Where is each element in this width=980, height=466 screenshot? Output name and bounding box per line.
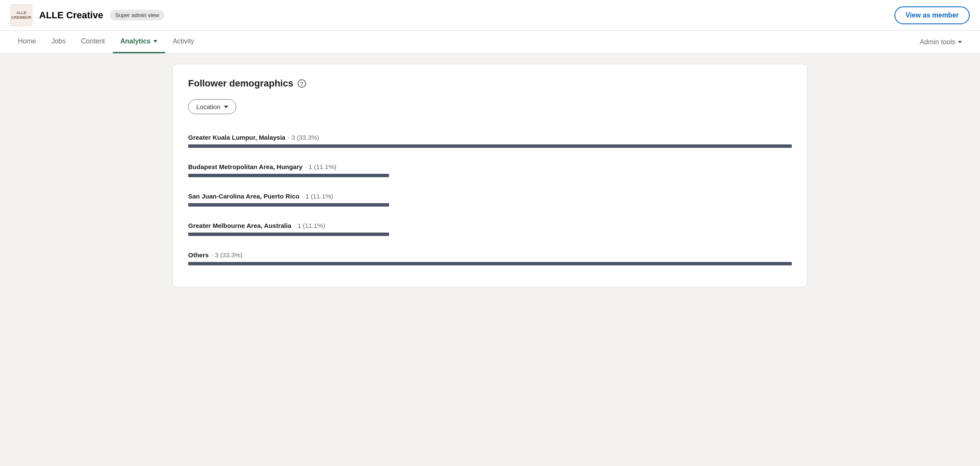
nav-label-activity: Activity — [173, 37, 195, 45]
nav-item-content[interactable]: Content — [73, 31, 112, 53]
admin-badge: Super admin view — [110, 10, 164, 20]
bar-container — [188, 144, 792, 148]
nav-label-content: Content — [81, 37, 105, 45]
demo-item-stats: · 1 (11.1%) — [305, 163, 336, 170]
demo-item-name: Others — [188, 251, 209, 259]
demo-item-name: San Juan-Carolina Area, Puerto Rico — [188, 193, 299, 200]
nav-label-home: Home — [18, 37, 36, 45]
demo-item-stats: · 1 (11.1%) — [302, 193, 333, 200]
demo-item-name: Greater Melbourne Area, Australia — [188, 222, 291, 229]
location-dropdown[interactable]: Location — [188, 99, 236, 114]
help-icon[interactable]: ? — [298, 79, 306, 88]
company-logo: ALLE CREMMUR — [10, 4, 32, 26]
list-item: Greater Kuala Lumpur, Malaysia· 3 (33.3%… — [188, 126, 792, 155]
nav-left: Home Jobs Content Analytics Activity — [10, 31, 202, 53]
demographics-list: Greater Kuala Lumpur, Malaysia· 3 (33.3%… — [188, 126, 792, 273]
location-dropdown-label: Location — [196, 103, 221, 110]
card-title-area: Follower demographics ? — [188, 78, 792, 89]
demo-item-stats: · 1 (11.1%) — [294, 222, 325, 229]
nav-item-activity[interactable]: Activity — [165, 31, 202, 53]
navigation: Home Jobs Content Analytics Activity Adm… — [0, 31, 980, 54]
logo-initials: ALLE CREMMUR — [11, 11, 32, 20]
header: ALLE CREMMUR ALLE Creative Super admin v… — [0, 0, 980, 31]
nav-label-jobs: Jobs — [52, 37, 66, 45]
bar — [188, 262, 792, 265]
company-name: ALLE Creative — [39, 10, 103, 21]
nav-right: Admin tools — [912, 32, 970, 53]
bar-container — [188, 233, 792, 236]
analytics-chevron-down-icon — [153, 40, 158, 43]
nav-label-analytics: Analytics — [120, 37, 151, 45]
location-chevron-down-icon — [224, 106, 228, 108]
list-item: Budapest Metropolitan Area, Hungary· 1 (… — [188, 155, 792, 185]
view-as-member-button[interactable]: View as member — [894, 6, 970, 24]
bar-container — [188, 262, 792, 265]
bar — [188, 203, 389, 207]
bar-container — [188, 203, 792, 207]
demographics-card: Follower demographics ? Location Greater… — [172, 64, 808, 287]
bar-container — [188, 174, 792, 177]
main-content: Follower demographics ? Location Greater… — [162, 54, 818, 297]
list-item: Others· 3 (33.3%) — [188, 244, 792, 273]
admin-tools-chevron-down-icon — [958, 41, 962, 43]
demo-item-stats: · 3 (33.3%) — [211, 251, 242, 259]
bar — [188, 174, 389, 177]
nav-item-home[interactable]: Home — [10, 31, 44, 53]
demo-item-stats: · 3 (33.3%) — [288, 134, 319, 141]
card-title-text: Follower demographics — [188, 78, 293, 89]
bar — [188, 233, 389, 236]
bar — [188, 144, 792, 148]
admin-tools-menu[interactable]: Admin tools — [912, 32, 970, 53]
header-left: ALLE CREMMUR ALLE Creative Super admin v… — [10, 4, 164, 26]
demo-item-name: Greater Kuala Lumpur, Malaysia — [188, 134, 285, 141]
list-item: Greater Melbourne Area, Australia· 1 (11… — [188, 214, 792, 244]
admin-tools-label: Admin tools — [920, 38, 955, 46]
list-item: San Juan-Carolina Area, Puerto Rico· 1 (… — [188, 185, 792, 214]
nav-item-jobs[interactable]: Jobs — [44, 31, 74, 53]
nav-item-analytics[interactable]: Analytics — [113, 31, 165, 53]
header-right: View as member — [894, 6, 970, 24]
demo-item-name: Budapest Metropolitan Area, Hungary — [188, 163, 303, 170]
